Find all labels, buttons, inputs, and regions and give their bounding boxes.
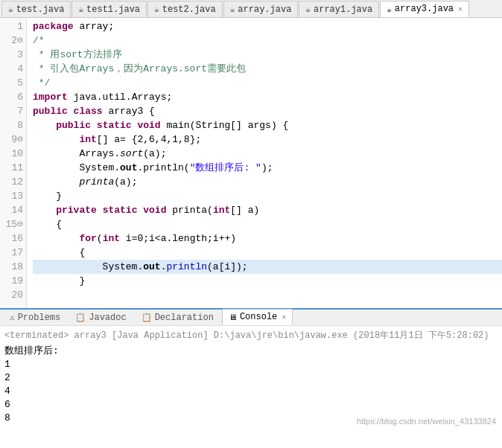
tab-console-label: Console — [240, 312, 277, 322]
code-line-7: public class array3 { — [33, 104, 502, 118]
console-output-line-1: 1 — [4, 358, 498, 371]
java-icon-array: ☕ — [230, 4, 235, 14]
code-line-17: for(int i=0;i<a.length;i++) — [33, 231, 502, 246]
line-num-5: 5 — [3, 76, 23, 90]
console-output-line-3: 4 — [4, 385, 498, 398]
tab-test2-label: test2.java — [162, 4, 216, 15]
code-line-10: int[] a= {2,6,4,1,8}; — [33, 132, 502, 147]
console-output-label: 数组排序后: — [4, 345, 498, 358]
tab-test1-label: test1.java — [86, 4, 140, 15]
declaration-icon: 📋 — [142, 313, 152, 322]
tab-test[interactable]: ☕ test.java — [1, 1, 71, 17]
tab-problems[interactable]: ⚠ Problems — [3, 309, 67, 325]
console-output: 数组排序后: 1 2 4 6 8 — [4, 345, 498, 425]
tab-array[interactable]: ☕ array.java — [223, 1, 299, 17]
javadoc-icon: 📋 — [75, 313, 86, 322]
code-line-1: package array; — [33, 19, 502, 33]
tab-array3[interactable]: ☕ array3.java ✕ — [380, 1, 469, 17]
tab-test-label: test.java — [16, 4, 65, 15]
line-num-6: 6 — [3, 90, 23, 104]
line-num-20: 20 — [3, 288, 23, 302]
line-num-19: 19 — [3, 274, 23, 288]
code-line-4: * 引入包Arrays，因为Arrays.sort需要此包 — [33, 62, 502, 76]
tab-test1[interactable]: ☕ test1.java — [72, 1, 147, 17]
line-num-17: 17 — [3, 246, 23, 260]
tab-javadoc-label: Javadoc — [89, 313, 126, 323]
line-num-4: 4 — [3, 62, 23, 76]
console-output-line-2: 2 — [4, 371, 498, 385]
watermark: https://blog.csdn.net/weixin_43133824 — [357, 417, 496, 426]
code-line-2: /* — [33, 33, 502, 48]
tab-test2[interactable]: ☕ test2.java — [147, 1, 223, 17]
tab-console-close[interactable]: ✕ — [282, 313, 286, 321]
tab-array3-label: array3.java — [395, 4, 454, 14]
code-line-9: public static void main(String[] args) { — [33, 118, 502, 132]
code-line-11: Arrays.sort(a); — [33, 147, 502, 161]
java-icon-test1: ☕ — [78, 4, 83, 14]
java-icon-test2: ☕ — [154, 4, 159, 14]
code-line-13: printa(a); — [33, 175, 502, 189]
tab-array1-label: array1.java — [314, 4, 372, 15]
line-num-1: 1 — [3, 19, 23, 33]
tab-array3-close[interactable]: ✕ — [458, 4, 463, 13]
line-num-9: 9⊖ — [3, 132, 23, 147]
tab-javadoc[interactable]: 📋 Javadoc — [69, 309, 133, 325]
tab-console[interactable]: 🖥 Console ✕ — [222, 309, 293, 325]
console-icon: 🖥 — [229, 313, 237, 322]
tab-declaration[interactable]: 📋 Declaration — [135, 309, 220, 325]
line-num-3: 3 — [3, 48, 23, 62]
code-lines[interactable]: package array; /* * 用sort方法排序 * 引入包Array… — [27, 18, 502, 308]
tab-declaration-label: Declaration — [155, 313, 214, 323]
line-numbers: 1 2⊖ 3 4 5 6 7 8 9⊖ 10 11 12 13 14 15⊖ 1… — [0, 18, 27, 308]
java-icon-array3: ☕ — [387, 4, 392, 14]
code-line-12: System.out.println("数组排序后: "); — [33, 161, 502, 175]
console-output-line-4: 6 — [4, 398, 498, 412]
bottom-tab-bar: ⚠ Problems 📋 Javadoc 📋 Declaration 🖥 Con… — [0, 308, 502, 326]
java-icon-array1: ☕ — [305, 4, 311, 14]
console-area: <terminated> array3 [Java Application] D… — [0, 326, 502, 432]
code-line-15: private static void printa(int[] a) — [33, 203, 502, 217]
line-num-13: 13 — [3, 189, 23, 203]
line-num-15: 15⊖ — [3, 217, 23, 231]
code-line-20: } — [33, 274, 502, 288]
tab-problems-label: Problems — [18, 313, 61, 323]
tab-array1[interactable]: ☕ array1.java — [299, 1, 379, 17]
code-container: 1 2⊖ 3 4 5 6 7 8 9⊖ 10 11 12 13 14 15⊖ 1… — [0, 18, 502, 308]
line-num-10: 10 — [3, 147, 23, 161]
line-num-11: 11 — [3, 161, 23, 175]
console-terminated: <terminated> array3 [Java Application] D… — [4, 329, 498, 342]
code-line-14: } — [33, 189, 502, 203]
code-line-19: System.out.println(a[i]); — [33, 260, 502, 274]
line-num-12: 12 — [3, 175, 23, 189]
line-num-16: 16 — [3, 231, 23, 246]
tab-array-label: array.java — [238, 4, 291, 15]
bottom-panel: ⚠ Problems 📋 Javadoc 📋 Declaration 🖥 Con… — [0, 308, 502, 432]
java-icon-test: ☕ — [8, 4, 13, 14]
line-num-7: 7 — [3, 104, 23, 118]
code-line-16: { — [33, 217, 502, 231]
line-num-18: 18 — [3, 260, 23, 274]
code-line-18: { — [33, 246, 502, 260]
line-num-8: 8 — [3, 118, 23, 132]
line-num-14: 14 — [3, 203, 23, 217]
tab-bar: ☕ test.java ☕ test1.java ☕ test2.java ☕ … — [0, 0, 502, 18]
line-num-2: 2⊖ — [3, 33, 23, 48]
editor-area: 1 2⊖ 3 4 5 6 7 8 9⊖ 10 11 12 13 14 15⊖ 1… — [0, 18, 502, 308]
problems-icon: ⚠ — [10, 313, 15, 322]
code-line-6: import java.util.Arrays; — [33, 90, 502, 104]
code-line-3: * 用sort方法排序 — [33, 48, 502, 62]
code-line-5: */ — [33, 76, 502, 90]
